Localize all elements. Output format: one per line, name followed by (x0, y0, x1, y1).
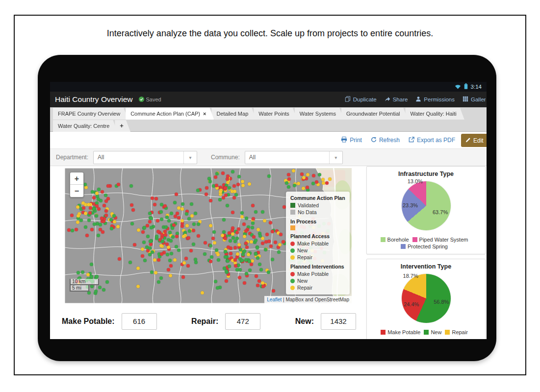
zoom-out-button[interactable]: − (70, 185, 83, 197)
marker-make-potable[interactable] (282, 240, 285, 244)
marker-repair[interactable] (250, 240, 253, 244)
marker-new[interactable] (256, 256, 259, 260)
infrastructure-pie-chart[interactable]: 63.7%23.3%13.0% (397, 179, 456, 234)
marker-new[interactable] (248, 269, 252, 272)
marker-make-potable[interactable] (238, 276, 241, 279)
marker-make-potable[interactable] (141, 254, 144, 258)
marker-repair[interactable] (297, 182, 300, 185)
marker-new[interactable] (175, 245, 178, 248)
marker-new[interactable] (84, 225, 87, 229)
map-widget[interactable]: + − Commune Action PlanValidatedNo DataI… (65, 168, 352, 303)
marker-new[interactable] (228, 265, 231, 268)
marker-repair[interactable] (185, 224, 189, 227)
marker-make-potable[interactable] (180, 224, 184, 228)
marker-new[interactable] (256, 246, 259, 249)
marker-make-potable[interactable] (235, 231, 239, 234)
marker-repair[interactable] (257, 228, 260, 231)
marker-new[interactable] (93, 222, 96, 226)
marker-make-potable[interactable] (236, 183, 240, 186)
tab-detailed-map[interactable]: Detailed Map (211, 108, 256, 120)
marker-new[interactable] (267, 174, 271, 178)
marker-repair[interactable] (247, 253, 250, 256)
tab-commune-action-plan-cap[interactable]: Commune Action Plan (CAP)× (126, 108, 214, 120)
marker-repair[interactable] (180, 219, 184, 222)
marker-repair[interactable] (236, 252, 239, 256)
marker-make-potable[interactable] (232, 184, 236, 188)
marker-make-potable[interactable] (101, 190, 104, 194)
marker-new[interactable] (267, 270, 270, 274)
marker-make-potable[interactable] (243, 281, 246, 285)
marker-make-potable[interactable] (154, 197, 158, 200)
marker-new[interactable] (208, 180, 212, 183)
marker-make-potable[interactable] (177, 216, 180, 220)
marker-new[interactable] (173, 201, 177, 204)
marker-make-potable[interactable] (226, 174, 230, 178)
marker-new[interactable] (254, 252, 257, 256)
permissions-button[interactable]: Permissions (415, 96, 455, 103)
marker-new[interactable] (238, 268, 242, 271)
marker-new[interactable] (318, 173, 321, 176)
marker-make-potable[interactable] (272, 289, 275, 293)
marker-new[interactable] (168, 231, 172, 234)
marker-make-potable[interactable] (204, 241, 207, 245)
marker-new[interactable] (259, 268, 263, 271)
marker-make-potable[interactable] (325, 181, 329, 185)
marker-repair[interactable] (141, 247, 144, 251)
marker-make-potable[interactable] (269, 221, 272, 224)
marker-new[interactable] (185, 212, 188, 216)
marker-new[interactable] (159, 276, 163, 280)
marker-new[interactable] (130, 222, 134, 225)
marker-new[interactable] (311, 182, 315, 185)
marker-make-potable[interactable] (205, 193, 208, 196)
marker-new[interactable] (95, 275, 99, 278)
marker-make-potable[interactable] (211, 237, 215, 240)
marker-new[interactable] (142, 241, 146, 244)
marker-new[interactable] (233, 240, 237, 243)
marker-new[interactable] (167, 219, 171, 222)
marker-make-potable[interactable] (209, 199, 212, 202)
leaflet-link[interactable]: Leaflet (267, 297, 282, 302)
tab-water-quality-centre[interactable]: Water Quality: Centre (53, 120, 117, 132)
marker-repair[interactable] (76, 220, 79, 224)
marker-new[interactable] (258, 234, 262, 238)
marker-new[interactable] (105, 280, 109, 284)
marker-new[interactable] (254, 239, 257, 242)
marker-make-potable[interactable] (175, 193, 178, 196)
marker-new[interactable] (217, 258, 220, 262)
marker-new[interactable] (155, 235, 158, 238)
marker-repair[interactable] (322, 181, 325, 185)
department-select[interactable]: All (93, 151, 197, 164)
marker-repair[interactable] (237, 243, 241, 246)
marker-make-potable[interactable] (274, 241, 277, 244)
marker-new[interactable] (231, 170, 234, 173)
marker-make-potable[interactable] (153, 203, 156, 206)
marker-make-potable[interactable] (90, 228, 94, 231)
marker-repair[interactable] (241, 184, 245, 187)
marker-new[interactable] (160, 218, 163, 221)
marker-make-potable[interactable] (165, 243, 169, 246)
marker-new[interactable] (92, 207, 95, 211)
marker-make-potable[interactable] (244, 229, 248, 233)
marker-make-potable[interactable] (148, 220, 152, 223)
marker-make-potable[interactable] (255, 274, 258, 278)
marker-new[interactable] (235, 237, 239, 240)
marker-repair[interactable] (182, 261, 186, 265)
marker-make-potable[interactable] (234, 264, 237, 268)
marker-new[interactable] (245, 272, 248, 275)
marker-make-potable[interactable] (131, 208, 135, 212)
marker-new[interactable] (224, 250, 227, 253)
marker-new[interactable] (87, 291, 91, 294)
marker-make-potable[interactable] (67, 228, 71, 232)
marker-new[interactable] (234, 193, 238, 196)
marker-repair[interactable] (153, 258, 156, 262)
marker-new[interactable] (150, 270, 154, 274)
marker-make-potable[interactable] (214, 175, 217, 179)
marker-new[interactable] (181, 202, 184, 206)
marker-new[interactable] (226, 259, 230, 263)
marker-repair[interactable] (154, 271, 157, 274)
marker-make-potable[interactable] (184, 257, 188, 260)
marker-make-potable[interactable] (189, 249, 193, 252)
marker-repair[interactable] (116, 225, 120, 228)
marker-repair[interactable] (180, 207, 184, 211)
tab-groundwater-potential[interactable]: Groundwater Potential (341, 108, 408, 120)
